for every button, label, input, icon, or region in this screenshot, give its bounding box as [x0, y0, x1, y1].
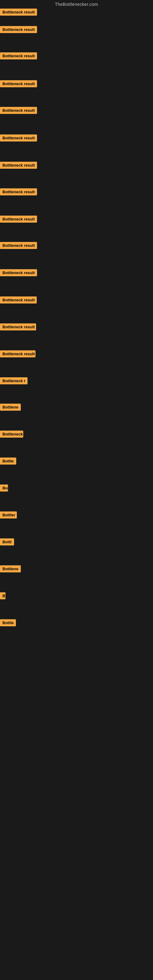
- bottleneck-badge-5[interactable]: Bottleneck result: [0, 107, 37, 114]
- result-row-18: Bottle: [0, 458, 16, 466]
- result-row-12: Bottleneck result: [0, 296, 37, 305]
- bottleneck-badge-8[interactable]: Bottleneck result: [0, 188, 37, 196]
- bottleneck-badge-10[interactable]: Bottleneck result: [0, 242, 37, 249]
- result-row-23: B: [0, 592, 5, 601]
- bottleneck-badge-16[interactable]: Bottlene: [0, 404, 21, 411]
- site-title: TheBottlenecker.com: [0, 0, 153, 9]
- result-row-10: Bottleneck result: [0, 242, 37, 250]
- bottleneck-badge-11[interactable]: Bottleneck result: [0, 269, 37, 276]
- bottleneck-badge-3[interactable]: Bottleneck result: [0, 52, 37, 59]
- bottleneck-badge-22[interactable]: Bottlene: [0, 565, 21, 573]
- result-row-3: Bottleneck result: [0, 52, 37, 60]
- result-row-4: Bottleneck result: [0, 80, 37, 89]
- bottleneck-badge-2[interactable]: Bottleneck result: [0, 26, 37, 33]
- bottleneck-badge-23[interactable]: B: [0, 592, 5, 599]
- bottleneck-badge-14[interactable]: Bottleneck result: [0, 350, 35, 357]
- bottleneck-badge-18[interactable]: Bottle: [0, 458, 16, 465]
- bottleneck-badge-13[interactable]: Bottleneck result: [0, 323, 36, 331]
- bottleneck-badge-4[interactable]: Bottleneck result: [0, 80, 37, 87]
- result-row-15: Bottleneck r: [0, 377, 27, 385]
- result-row-5: Bottleneck result: [0, 107, 37, 115]
- bottleneck-badge-24[interactable]: Bottle: [0, 619, 16, 626]
- bottleneck-badge-1[interactable]: Bottleneck result: [0, 9, 37, 16]
- bottleneck-badge-12[interactable]: Bottleneck result: [0, 296, 37, 304]
- result-row-14: Bottleneck result: [0, 350, 35, 359]
- result-row-13: Bottleneck result: [0, 323, 36, 332]
- result-row-21: Bottl: [0, 538, 14, 547]
- result-row-16: Bottlene: [0, 404, 21, 412]
- result-row-17: Bottleneck: [0, 431, 23, 439]
- result-row-1: Bottleneck result: [0, 9, 37, 17]
- result-row-20: Bottler: [0, 511, 17, 520]
- result-row-24: Bottle: [0, 619, 16, 627]
- result-row-11: Bottleneck result: [0, 269, 37, 277]
- result-row-6: Bottleneck result: [0, 134, 37, 143]
- bottleneck-badge-21[interactable]: Bottl: [0, 538, 14, 546]
- bottleneck-badge-19[interactable]: Bo: [0, 485, 8, 492]
- result-row-7: Bottleneck result: [0, 162, 37, 170]
- bottleneck-badge-6[interactable]: Bottleneck result: [0, 134, 37, 142]
- result-row-9: Bottleneck result: [0, 216, 37, 224]
- result-row-22: Bottlene: [0, 565, 21, 574]
- bottleneck-badge-7[interactable]: Bottleneck result: [0, 162, 37, 169]
- result-row-2: Bottleneck result: [0, 26, 37, 34]
- result-row-8: Bottleneck result: [0, 188, 37, 197]
- bottleneck-badge-17[interactable]: Bottleneck: [0, 431, 23, 438]
- bottleneck-badge-15[interactable]: Bottleneck r: [0, 377, 27, 384]
- bottleneck-badge-9[interactable]: Bottleneck result: [0, 216, 37, 223]
- bottleneck-badge-20[interactable]: Bottler: [0, 511, 17, 519]
- result-row-19: Bo: [0, 485, 8, 493]
